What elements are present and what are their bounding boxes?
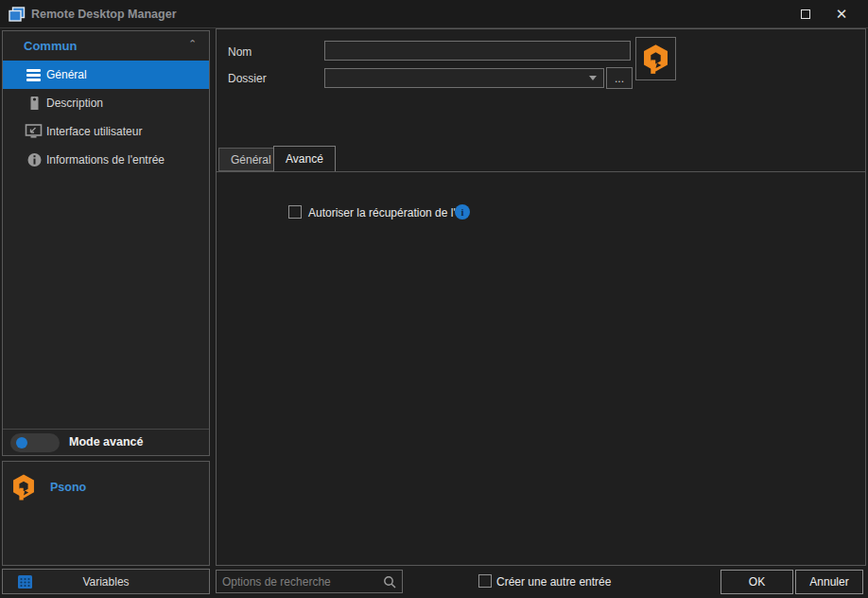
name-input[interactable] [324, 41, 631, 61]
advanced-mode-toggle[interactable] [10, 433, 60, 452]
sidebar-item-informations-entree[interactable]: Informations de l'entrée [3, 146, 209, 174]
psono-label: Psono [50, 481, 86, 494]
advanced-mode-label: Mode avancé [69, 435, 144, 448]
cancel-button[interactable]: Annuler [795, 570, 863, 594]
window-title: Remote Desktop Manager [31, 8, 177, 21]
allow-retrieval-label: Autoriser la récupération de l'C [308, 206, 463, 220]
monitor-icon [25, 124, 43, 139]
sidebar-item-description[interactable]: Description [3, 89, 209, 117]
folder-combobox[interactable] [324, 68, 604, 88]
chevron-up-icon[interactable]: ⌃ [188, 40, 196, 47]
sidebar-item-label: Général [46, 61, 87, 89]
tab-strip: Général Avancé [217, 147, 865, 172]
search-icon [383, 575, 396, 589]
list-icon [26, 69, 43, 84]
browse-folder-button[interactable]: ... [606, 67, 633, 89]
combobox-dropdown-icon[interactable] [589, 76, 597, 80]
sidebar-section-label: Commun [24, 31, 77, 61]
close-button[interactable]: ✕ [821, 0, 862, 28]
tag-icon [26, 96, 43, 111]
info-icon[interactable]: i [455, 204, 470, 220]
remote-desktop-manager-window: { "window": { "title": "Remote Desktop M… [0, 0, 868, 598]
sidebar-item-label: Informations de l'entrée [46, 146, 165, 174]
search-box [216, 570, 403, 593]
sidebar-item-label: Description [46, 89, 103, 117]
psono-logo-icon [11, 474, 36, 501]
variables-label: Variables [3, 575, 209, 589]
psono-section-header[interactable]: Psono [3, 462, 209, 500]
sidebar-item-label: Interface utilisateur [46, 117, 142, 146]
app-logo-icon [9, 7, 26, 22]
title-bar: Remote Desktop Manager ✕ [0, 0, 868, 28]
allow-retrieval-checkbox[interactable] [288, 205, 302, 219]
advanced-mode-row: Mode avancé [3, 429, 209, 455]
toggle-knob [16, 437, 27, 448]
variables-button[interactable]: Variables [2, 569, 210, 594]
create-another-label: Créer une autre entrée [496, 575, 611, 589]
entry-type-logo-box [635, 37, 676, 80]
create-another-checkbox[interactable] [478, 574, 492, 588]
folder-field-label: Dossier [228, 72, 267, 85]
psono-panel: Psono [2, 461, 210, 566]
maximize-icon [801, 9, 810, 19]
sidebar-item-interface-utilisateur[interactable]: Interface utilisateur [3, 117, 209, 146]
entry-properties-panel: Nom Dossier ... Général Avancé Autoriser… [216, 28, 866, 566]
psono-entry-logo-icon [642, 44, 669, 75]
ok-button[interactable]: OK [720, 570, 793, 594]
search-input[interactable] [217, 571, 402, 592]
close-icon: ✕ [836, 6, 848, 23]
sidebar-item-general[interactable]: Général [3, 61, 209, 89]
info-circle-icon [26, 152, 43, 167]
sidebar-section-commun[interactable]: Commun ⌃ [3, 31, 209, 61]
tab-avance[interactable]: Avancé [273, 146, 336, 171]
sidebar-navigation: Commun ⌃ Général Description Interface u… [2, 30, 210, 456]
name-field-label: Nom [228, 45, 252, 59]
